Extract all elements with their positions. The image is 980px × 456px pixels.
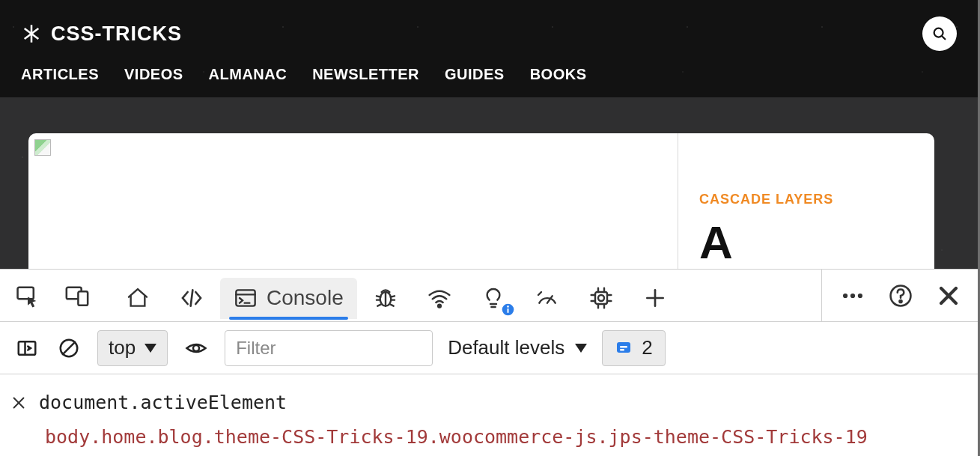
article-kicker: CASCADE LAYERS xyxy=(699,192,913,207)
plus-icon xyxy=(643,286,667,310)
svg-line-13 xyxy=(377,296,380,297)
caret-down-icon xyxy=(144,344,156,353)
svg-line-48 xyxy=(63,341,75,353)
tab-elements[interactable] xyxy=(112,278,163,319)
search-icon xyxy=(931,25,948,42)
svg-point-49 xyxy=(193,345,199,351)
svg-point-39 xyxy=(850,293,855,297)
svg-point-20 xyxy=(438,305,441,308)
filter-input[interactable] xyxy=(225,330,433,366)
log-levels-select[interactable]: Default levels xyxy=(448,336,587,359)
svg-rect-45 xyxy=(19,341,36,355)
nav-guides[interactable]: GUIDES xyxy=(445,66,505,83)
tab-console[interactable]: Console xyxy=(220,278,357,319)
dismiss-entry-button[interactable] xyxy=(9,393,28,413)
x-icon xyxy=(10,395,27,411)
chip-icon xyxy=(589,286,613,310)
issues-count: 2 xyxy=(642,336,652,359)
code-icon xyxy=(180,286,204,310)
svg-line-25 xyxy=(538,292,541,295)
tab-debugger[interactable] xyxy=(360,278,411,319)
svg-point-38 xyxy=(843,293,847,297)
console-result: body.home.blog.theme-CSS-Tricks-19.wooco… xyxy=(9,422,964,452)
console-output[interactable]: document.activeElement body.home.blog.th… xyxy=(0,374,978,456)
svg-point-27 xyxy=(598,295,604,301)
issue-icon xyxy=(615,339,633,357)
svg-line-4 xyxy=(942,36,945,39)
svg-line-8 xyxy=(191,290,193,305)
help-icon xyxy=(888,283,913,308)
ellipsis-icon xyxy=(840,283,865,308)
tab-console-label: Console xyxy=(267,286,344,310)
svg-point-42 xyxy=(899,300,901,302)
help-button[interactable] xyxy=(886,282,915,310)
primary-nav: ARTICLES VIDEOS ALMANAC NEWSLETTER GUIDE… xyxy=(0,51,978,83)
close-icon xyxy=(936,283,961,308)
live-expression-button[interactable] xyxy=(183,335,210,362)
asterisk-icon xyxy=(21,23,42,44)
svg-rect-26 xyxy=(595,292,607,304)
svg-line-17 xyxy=(377,304,381,306)
brand-name: CSS-TRICKS xyxy=(51,22,182,46)
toggle-sidebar-button[interactable] xyxy=(13,335,40,362)
featured-image xyxy=(28,133,678,269)
page-viewport: CSS-TRICKS ARTICLES VIDEOS ALMANAC NEWSL… xyxy=(0,0,978,269)
svg-rect-22 xyxy=(507,308,508,313)
hero-band: CASCADE LAYERS A Complete xyxy=(0,97,978,269)
clear-console-button[interactable] xyxy=(55,335,82,362)
log-levels-label: Default levels xyxy=(448,336,564,359)
console-expression: document.activeElement xyxy=(39,388,287,418)
inspect-element-button[interactable] xyxy=(13,282,42,310)
tab-lighthouse[interactable] xyxy=(468,278,519,319)
svg-rect-5 xyxy=(18,287,34,299)
sidebar-icon xyxy=(16,337,38,359)
site-header: CSS-TRICKS ARTICLES VIDEOS ALMANAC NEWSL… xyxy=(0,0,978,97)
svg-line-14 xyxy=(390,296,394,297)
nav-videos[interactable]: VIDEOS xyxy=(124,66,183,83)
tab-network[interactable] xyxy=(414,278,465,319)
caret-down-icon xyxy=(575,344,587,353)
more-options-button[interactable] xyxy=(839,282,867,310)
svg-rect-7 xyxy=(78,291,88,305)
issues-button[interactable]: 2 xyxy=(602,330,665,366)
nav-articles[interactable]: ARTICLES xyxy=(21,66,99,83)
bug-icon xyxy=(374,286,398,310)
svg-rect-52 xyxy=(620,349,624,351)
svg-rect-51 xyxy=(620,346,627,348)
nav-books[interactable]: BOOKS xyxy=(530,66,587,83)
svg-point-23 xyxy=(507,305,509,308)
context-select-value: top xyxy=(109,336,136,359)
device-toolbar-button[interactable] xyxy=(63,282,91,310)
nav-newsletter[interactable]: NEWSLETTER xyxy=(312,66,419,83)
console-toolbar: top Default levels 2 xyxy=(0,322,978,374)
site-brand[interactable]: CSS-TRICKS xyxy=(21,22,182,46)
add-tab-button[interactable] xyxy=(630,278,681,319)
wifi-icon xyxy=(427,286,451,310)
broken-image-icon xyxy=(34,139,51,156)
devtools: Console xyxy=(0,269,978,456)
console-icon xyxy=(234,286,258,310)
featured-card[interactable]: CASCADE LAYERS A Complete xyxy=(28,133,934,269)
search-button[interactable] xyxy=(922,16,957,51)
home-icon xyxy=(126,286,150,310)
tab-memory[interactable] xyxy=(576,278,627,319)
close-devtools-button[interactable] xyxy=(934,282,963,310)
devtools-tabbar: Console xyxy=(0,270,978,322)
tab-performance[interactable] xyxy=(522,278,573,319)
eye-icon xyxy=(185,337,207,359)
context-select[interactable]: top xyxy=(97,330,168,366)
svg-point-40 xyxy=(858,293,862,297)
ban-icon xyxy=(58,337,80,359)
svg-line-18 xyxy=(389,304,393,306)
tab-sources[interactable] xyxy=(166,278,217,319)
article-headline: A Complete xyxy=(699,218,913,269)
gauge-icon xyxy=(535,286,559,310)
info-badge-icon xyxy=(502,303,514,316)
nav-almanac[interactable]: ALMANAC xyxy=(209,66,287,83)
